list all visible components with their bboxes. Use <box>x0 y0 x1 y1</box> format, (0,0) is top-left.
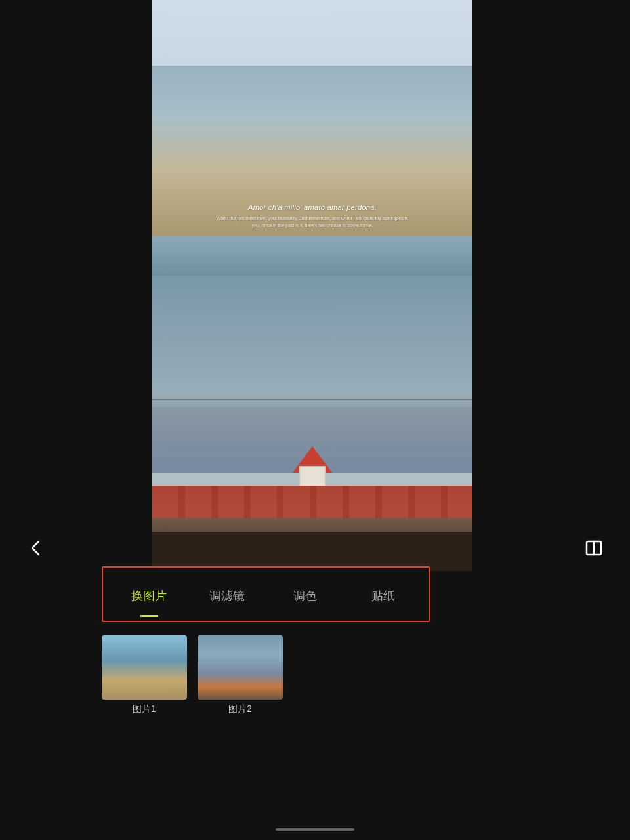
overlay-title: Amor ch'a millo' amato amar perdona. <box>214 203 411 211</box>
photo-overlay: Amor ch'a millo' amato amar perdona. Whe… <box>214 203 411 229</box>
thumbnails-area: 图片1 图片2 <box>102 635 283 715</box>
thumbnail-2-img <box>198 635 283 700</box>
back-button[interactable] <box>20 532 52 564</box>
thumbnail-1[interactable]: 图片1 <box>102 635 187 715</box>
compare-icon <box>585 539 603 557</box>
compare-button[interactable] <box>578 532 610 564</box>
overlay-body: When the two meet love, your humanity, J… <box>214 215 411 229</box>
thumbnail-2[interactable]: 图片2 <box>198 635 283 715</box>
tab-bar: 换图片 调滤镜 调色 贴纸 <box>103 568 429 621</box>
tab-sticker-label: 贴纸 <box>371 588 395 604</box>
tab-color-label: 调色 <box>293 588 317 604</box>
thumb2-bg <box>198 635 283 700</box>
thumbnail-1-img <box>102 635 187 700</box>
tab-change-photo-underline <box>140 615 158 617</box>
thumbnail-1-label: 图片1 <box>133 704 156 715</box>
tab-color[interactable]: 调色 <box>266 568 344 621</box>
tab-filter-label: 调滤镜 <box>209 588 245 604</box>
thumb1-bg <box>102 635 187 700</box>
tab-change-photo[interactable]: 换图片 <box>110 568 188 621</box>
tab-change-photo-label: 换图片 <box>131 588 167 604</box>
top-controls <box>0 525 630 571</box>
tab-sticker[interactable]: 贴纸 <box>344 568 422 621</box>
city-layer <box>152 276 472 407</box>
photo-canvas: Amor ch'a millo' amato amar perdona. Whe… <box>152 0 472 571</box>
tab-filter[interactable]: 调滤镜 <box>188 568 266 621</box>
tab-bar-wrapper: 换图片 调滤镜 调色 贴纸 <box>102 566 430 622</box>
home-indicator <box>276 828 354 831</box>
back-icon <box>27 539 45 557</box>
thumbnail-2-label: 图片2 <box>228 704 252 715</box>
